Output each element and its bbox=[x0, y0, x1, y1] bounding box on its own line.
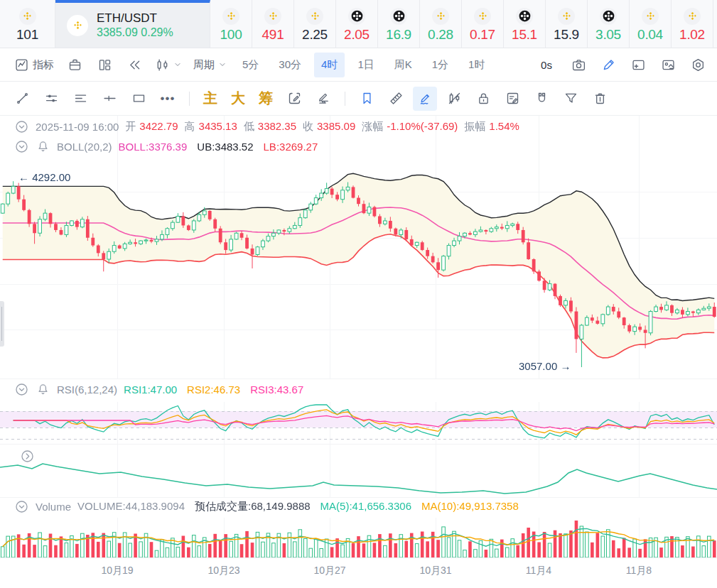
replay-draw-button[interactable] bbox=[282, 87, 306, 111]
period-1d[interactable]: 1日 bbox=[350, 53, 381, 77]
chip-distribution-button[interactable]: 筹 bbox=[254, 89, 277, 108]
continuous-draw-icon bbox=[316, 91, 331, 106]
x-axis-label: 10月31 bbox=[411, 565, 460, 577]
collapse-icon[interactable] bbox=[14, 499, 29, 514]
ticker-tab[interactable]: 15.1 bbox=[504, 0, 546, 48]
ticker-tab-active[interactable]: ETH/USDT3385.09 0.29% bbox=[55, 0, 210, 48]
candlestick-chart[interactable] bbox=[0, 116, 717, 379]
collapse-icon[interactable] bbox=[14, 139, 29, 154]
wheel-icon bbox=[600, 8, 617, 25]
bell-icon[interactable] bbox=[36, 382, 50, 397]
chevron-down-icon bbox=[173, 60, 182, 69]
binance-icon bbox=[558, 8, 575, 25]
hide-drawings-button[interactable] bbox=[442, 87, 466, 111]
period-1m[interactable]: 1分 bbox=[425, 53, 455, 77]
lock-icon bbox=[476, 91, 491, 106]
ticker-tab[interactable]: 1.02 bbox=[672, 0, 713, 48]
indicator-value: BOLL:3376.39 bbox=[119, 141, 188, 153]
binance-icon bbox=[685, 9, 700, 23]
rectangle-tool[interactable] bbox=[126, 87, 151, 111]
period-4h[interactable]: 4时 bbox=[314, 53, 345, 77]
collapse-icon[interactable] bbox=[14, 382, 29, 397]
main-chart-button[interactable]: 主 bbox=[199, 89, 222, 108]
volume-chart[interactable] bbox=[0, 518, 717, 558]
ticker-tab[interactable]: 15.9 bbox=[546, 0, 588, 48]
ticker-tab[interactable]: 16.9 bbox=[378, 0, 420, 48]
more-tools-button[interactable]: ••• bbox=[156, 87, 180, 111]
ticker-tab[interactable]: 0.04 bbox=[630, 0, 672, 48]
ticker-tab[interactable]: 0.17 bbox=[462, 0, 504, 48]
binance-icon bbox=[20, 9, 35, 23]
bookmark-button[interactable] bbox=[355, 87, 379, 111]
bell-icon bbox=[36, 382, 50, 397]
trend-line-tool[interactable] bbox=[10, 87, 34, 111]
binance-icon bbox=[475, 9, 490, 23]
ohlc-pair: 涨幅-1.10%(-37.69) bbox=[362, 120, 458, 134]
collapse-icon[interactable] bbox=[14, 119, 29, 134]
binance-icon bbox=[559, 9, 574, 23]
filter-button[interactable] bbox=[559, 87, 583, 111]
x-axis-label: 10月27 bbox=[305, 565, 355, 577]
ticker-tab[interactable]: 100 bbox=[210, 0, 252, 48]
share-poster-button[interactable] bbox=[656, 53, 680, 77]
replay-button[interactable] bbox=[122, 53, 146, 77]
chart-style-button[interactable] bbox=[152, 53, 185, 77]
ticker-symbol: ETH/USDT bbox=[97, 11, 173, 26]
ticker-tab[interactable]: 3.05 bbox=[588, 0, 630, 48]
draw-mode-button[interactable] bbox=[413, 87, 437, 111]
magnet-button[interactable] bbox=[529, 87, 554, 111]
edit-button[interactable] bbox=[596, 53, 620, 77]
ticker-value: 15.9 bbox=[554, 27, 579, 43]
side-panel-handle[interactable] bbox=[0, 301, 4, 347]
replay-draw-icon bbox=[287, 91, 302, 106]
period-5m[interactable]: 5分 bbox=[235, 53, 266, 77]
ticker-tab[interactable]: 0.28 bbox=[420, 0, 462, 48]
ohlc-pair: 开3422.79 bbox=[125, 120, 178, 134]
parallel-lines-tool[interactable] bbox=[39, 87, 63, 111]
rsi-panel: RSI(6,12,24) RSI1:47.00RSI2:46.73RSI3:43… bbox=[0, 379, 717, 444]
layout-button[interactable] bbox=[92, 53, 117, 77]
indicator-name: RSI(6,12,24) bbox=[57, 383, 117, 396]
indicators-button[interactable]: 指标 bbox=[11, 53, 57, 77]
add-pane-button[interactable] bbox=[626, 53, 650, 77]
binance-icon bbox=[474, 8, 491, 25]
hide-drawings-icon bbox=[447, 91, 462, 106]
ticker-tabs: 101ETH/USDT3385.09 0.29%1004912.252.0516… bbox=[0, 0, 717, 48]
indicator-line-chart[interactable] bbox=[0, 445, 717, 498]
continuous-draw-button[interactable] bbox=[311, 87, 335, 111]
settings-button[interactable] bbox=[686, 53, 710, 77]
ticker-tab[interactable]: 491 bbox=[252, 0, 294, 48]
save-layout-button[interactable] bbox=[63, 53, 87, 77]
drawings-list-button[interactable] bbox=[500, 87, 524, 111]
time-axis[interactable]: 10月1910月2310月2710月3111月411月8 bbox=[0, 557, 717, 588]
ticker-value: 2.05 bbox=[344, 27, 370, 43]
fib-tool[interactable] bbox=[68, 87, 92, 111]
lock-drawings-button[interactable] bbox=[471, 87, 495, 111]
ticker-value: 1.02 bbox=[679, 27, 705, 43]
low-price-annotation: 3057.00 → bbox=[519, 360, 571, 372]
period-1w[interactable]: 周K bbox=[387, 53, 419, 77]
binance-icon bbox=[222, 8, 239, 25]
rsi-chart[interactable] bbox=[0, 402, 717, 445]
measure-tool[interactable] bbox=[384, 87, 408, 111]
draw-pencil-icon bbox=[418, 91, 433, 106]
period-1h[interactable]: 1时 bbox=[461, 53, 492, 77]
bell-icon[interactable] bbox=[36, 139, 50, 154]
screenshot-button[interactable] bbox=[566, 53, 591, 77]
wheel-icon bbox=[516, 8, 533, 25]
ticker-tab[interactable]: 101 bbox=[0, 0, 55, 48]
chevron-down-icon bbox=[218, 60, 227, 69]
ohlc-row: 2025-11-09 16:00 开3422.79高3435.13低3382.3… bbox=[0, 119, 519, 134]
delete-drawings-button[interactable] bbox=[588, 87, 612, 111]
large-chart-button[interactable]: 大 bbox=[227, 89, 249, 108]
expand-icon[interactable] bbox=[20, 449, 35, 464]
ohlc-pair: 收3385.09 bbox=[303, 120, 355, 134]
ticker-tab[interactable]: 2.05 bbox=[336, 0, 378, 48]
ticker-tab[interactable]: 2.25 bbox=[294, 0, 336, 48]
boll-row: BOLL(20,2) BOLL:3376.39UB:3483.52LB:3269… bbox=[0, 139, 318, 154]
period-30m[interactable]: 30分 bbox=[271, 53, 308, 77]
countdown[interactable]: 0s bbox=[537, 53, 561, 77]
period-menu-button[interactable]: 周期 bbox=[190, 53, 230, 77]
candle-type-icon bbox=[155, 58, 170, 72]
horizontal-line-tool[interactable] bbox=[97, 87, 122, 111]
